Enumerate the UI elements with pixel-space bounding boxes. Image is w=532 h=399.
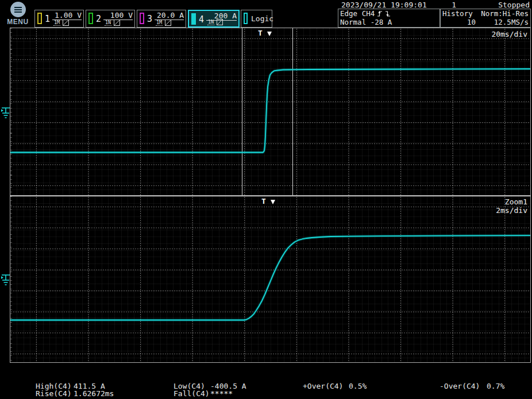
channel-3-impedance: 1M xyxy=(156,20,163,26)
trigger-position-marker-main[interactable]: T xyxy=(258,29,272,38)
zoom-title-label: Zoom1 xyxy=(505,197,527,206)
channel-3-scale: 20.0 A xyxy=(155,11,184,20)
channel-1-scale: 1.00 V xyxy=(52,11,82,20)
measure-rise-value: 1.62672ms xyxy=(74,390,114,398)
measure-pover-value: 0.5% xyxy=(349,382,367,390)
acquisition-count: 1 xyxy=(452,1,456,9)
zoom-timebase-label: 2ms/div xyxy=(496,206,527,215)
channel-2-box[interactable]: 2 100 V 1N xyxy=(86,10,135,28)
logic-label: Logic xyxy=(251,14,273,23)
measure-fall-value: ***** xyxy=(210,390,233,398)
channel-3-box[interactable]: 3 20.0 A 1M xyxy=(137,10,186,28)
menu-icon xyxy=(10,2,26,17)
main-waveform xyxy=(10,28,530,195)
trigger-mode-source: Edge CH4 xyxy=(340,9,375,18)
main-waveform-area: T 20ms/div xyxy=(10,28,531,196)
zoom-waveform xyxy=(10,196,530,362)
channel-3-color-marker xyxy=(140,13,144,24)
channel-4-color-marker xyxy=(191,13,196,25)
probe-icon xyxy=(63,20,69,26)
history-label: History xyxy=(442,9,476,18)
ch4-trace-main xyxy=(10,69,530,153)
ch4-ground-marker-main[interactable] xyxy=(1,106,10,120)
menu-button[interactable]: MENU xyxy=(5,2,30,26)
channel-2-color-marker xyxy=(88,13,93,24)
logic-color-marker xyxy=(244,13,248,24)
trigger-level: Normal -28 A xyxy=(340,18,438,26)
ch4-trace-zoom xyxy=(10,235,530,320)
rising-edge-icon xyxy=(377,10,383,17)
measurement-readouts: High(C4) 411.5 A Rise(C4) 1.62672ms Low(… xyxy=(0,382,532,398)
sample-rate: 12.5MS/s xyxy=(476,18,529,26)
trigger-position-marker-zoom[interactable]: T xyxy=(261,197,275,207)
run-status: Stopped xyxy=(498,1,530,9)
channel-2-impedance: 1N xyxy=(105,20,111,26)
zoom-waveform-area: T Zoom1 2ms/div xyxy=(10,196,531,363)
channel-2-number: 2 xyxy=(96,14,101,24)
channel-1-number: 1 xyxy=(45,14,50,24)
oscilloscope-screen: MENU 1 1.00 V 1M 2 100 V 1N 3 20.0 A 1M … xyxy=(0,0,532,399)
logic-channel-box[interactable]: Logic xyxy=(241,10,272,28)
menu-label: MENU xyxy=(5,18,30,26)
measure-nover-label: -Over(C4) xyxy=(440,382,487,390)
measure-nover-value: 0.7% xyxy=(487,382,504,390)
channel-1-box[interactable]: 1 1.00 V 1M xyxy=(34,10,84,28)
channel-2-scale: 100 V xyxy=(103,11,133,20)
history-count: 10 xyxy=(442,18,476,26)
datetime-label: 2023/09/21 19:09:01 xyxy=(341,1,427,9)
probe-icon xyxy=(217,19,223,25)
probe-icon xyxy=(165,20,171,26)
channel-3-number: 3 xyxy=(147,14,152,24)
channel-1-color-marker xyxy=(37,13,42,24)
falling-edge-icon xyxy=(385,10,391,17)
acquisition-mode: Norm:Hi-Res xyxy=(476,9,529,18)
measure-fall-label: Fall(C4) xyxy=(174,390,210,398)
main-timebase-label: 20ms/div xyxy=(491,30,527,38)
trigger-info-box[interactable]: Edge CH4 Normal -28 A xyxy=(338,9,440,28)
channel-1-impedance: 1M xyxy=(53,20,60,26)
measure-rise-label: Rise(C4) xyxy=(36,390,74,398)
channel-4-impedance: 1N xyxy=(207,20,214,25)
channel-4-box[interactable]: 4 200 A 1N xyxy=(188,10,240,28)
history-info-box[interactable]: History Norm:Hi-Res 10 12.5MS/s xyxy=(440,9,531,28)
measure-pover-label: +Over(C4) xyxy=(303,382,349,390)
probe-icon xyxy=(114,20,120,26)
ch4-ground-marker-zoom[interactable] xyxy=(1,273,10,287)
channel-4-number: 4 xyxy=(199,14,204,25)
